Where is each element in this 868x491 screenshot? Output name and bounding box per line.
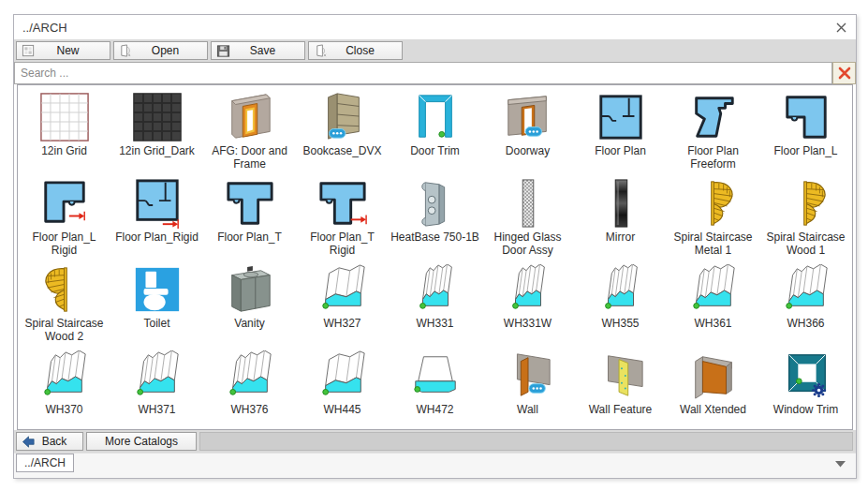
catalog-item[interactable]: Floor Plan_L <box>759 89 852 175</box>
search-row <box>14 62 856 84</box>
catalog-item[interactable]: Vanity <box>203 261 296 348</box>
catalog-item-label: Spiral Staircase Wood 1 <box>761 231 851 257</box>
catalog-item-label: Wall Feature <box>589 403 653 416</box>
back-arrow-icon <box>22 435 36 449</box>
catalog-item-label: Door Trim <box>410 144 460 157</box>
door-trim-icon <box>406 91 464 143</box>
open-button[interactable]: Open <box>113 41 208 60</box>
catalog-item[interactable]: WH327 <box>296 261 389 348</box>
catalog-item-label: WH361 <box>694 317 731 330</box>
wall-feature-icon <box>592 350 650 402</box>
catalog-item[interactable]: AFG: Door and Frame <box>203 89 296 175</box>
floorplan-square-icon <box>592 91 650 143</box>
catalog-item[interactable]: Floor Plan_L Rigid <box>18 175 110 261</box>
catalog-item[interactable]: WH371 <box>110 348 203 430</box>
catalog-item[interactable]: HeatBase 750-1B <box>389 175 481 261</box>
catalog-item-label: Floor Plan_L <box>773 144 837 157</box>
catalog-item-label: WH472 <box>416 403 453 416</box>
wall-xtended-icon <box>684 350 743 402</box>
catalog-path-tab[interactable]: ../ARCH <box>16 454 74 472</box>
catalog-item[interactable]: WH366 <box>759 261 852 348</box>
catalog-item[interactable]: WH376 <box>203 348 296 430</box>
catalog-item-label: WH366 <box>787 317 824 330</box>
catalog-item[interactable]: Window Trim <box>759 348 852 430</box>
catalog-item[interactable]: Wall Xtended <box>667 348 759 430</box>
molding-narrow-icon <box>406 263 464 316</box>
new-button[interactable]: New <box>16 41 110 60</box>
doorway-icon <box>499 91 557 143</box>
catalog-item[interactable]: Spiral Staircase Wood 2 <box>18 261 110 348</box>
catalog-item[interactable]: Spiral Staircase Wood 1 <box>759 175 852 261</box>
molding-flat-icon <box>314 350 372 402</box>
catalog-item[interactable]: Doorway <box>481 89 574 175</box>
save-button[interactable]: Save <box>211 41 305 60</box>
catalog-item[interactable]: Toilet <box>110 261 203 348</box>
catalog-item-label: HeatBase 750-1B <box>390 231 479 244</box>
search-input[interactable] <box>14 62 832 84</box>
catalog-item[interactable]: 12in Grid_Dark <box>110 89 203 175</box>
toolbar-button-label: Close <box>328 44 402 57</box>
catalog-item[interactable]: WH355 <box>574 261 667 348</box>
molding-wide-icon <box>221 350 279 402</box>
wall-icon <box>499 350 557 402</box>
catalog-item[interactable]: Spiral Staircase Metal 1 <box>667 175 759 261</box>
molding-wide-icon <box>36 350 94 402</box>
catalog-path-label: ../ARCH <box>24 456 66 469</box>
catalog-item[interactable]: 12in Grid <box>18 89 110 175</box>
toilet-icon <box>128 263 186 316</box>
catalog-item-label: Vanity <box>234 317 264 330</box>
catalog-item[interactable]: Floor Plan <box>574 89 667 175</box>
chevron-down-icon[interactable] <box>835 461 846 468</box>
catalog-item[interactable]: Mirror <box>574 175 667 261</box>
catalog-item[interactable]: Floor Plan Freeform <box>667 89 759 175</box>
catalog-item-label: Bookcase_DVX <box>302 144 381 157</box>
red-x-icon <box>837 66 852 81</box>
catalog-item-label: WH376 <box>230 403 268 416</box>
catalog-panel: 12in Grid12in Grid_Dark AFG: Door and Fr… <box>17 84 853 430</box>
catalog-item[interactable]: WH472 <box>389 348 481 430</box>
catalog-item-label: Floor Plan_T Rigid <box>298 231 388 257</box>
catalog-item-label: Floor Plan_Rigid <box>115 231 199 244</box>
molding-flat-icon <box>314 263 372 316</box>
spiral-staircase-icon <box>777 177 835 230</box>
back-button-label: Back <box>36 435 82 448</box>
catalog-item-label: WH331 <box>416 317 453 330</box>
catalog-item[interactable]: Bookcase_DVX <box>296 89 389 175</box>
window-close-icon[interactable] <box>835 22 847 34</box>
clear-search-button[interactable] <box>832 62 856 84</box>
more-catalogs-button[interactable]: More Catalogs <box>86 432 197 451</box>
catalog-item[interactable]: WH445 <box>296 348 389 430</box>
bookcase-icon <box>314 91 372 143</box>
catalog-item[interactable]: Wall Feature <box>574 348 667 430</box>
catalog-item-label: Mirror <box>606 231 635 244</box>
floorplan-l-icon <box>777 91 835 143</box>
catalog-item[interactable]: Floor Plan_Rigid <box>110 175 203 261</box>
molding-face-icon <box>406 350 464 402</box>
catalog-item[interactable]: Floor Plan_T <box>203 175 296 261</box>
catalog-item[interactable]: Hinged Glass Door Assy <box>481 175 574 261</box>
catalog-item-label: WH445 <box>323 403 360 416</box>
bottom-bar: Back More Catalogs <box>14 430 856 453</box>
back-button[interactable]: Back <box>16 432 83 451</box>
molding-wide-icon <box>777 263 835 316</box>
spiral-staircase-mirrored-icon <box>36 263 94 316</box>
window-trim-icon <box>777 350 835 402</box>
catalog-item-label: Spiral Staircase Wood 2 <box>20 317 110 343</box>
catalog-item[interactable]: Floor Plan_T Rigid <box>296 175 389 261</box>
grid-light-icon <box>36 91 94 143</box>
toolbar-button-label: Open <box>133 44 207 57</box>
catalog-item[interactable]: WH331W <box>481 261 574 348</box>
catalog-item[interactable]: WH331 <box>389 261 481 348</box>
catalog-item[interactable]: Door Trim <box>389 89 481 175</box>
floorplan-t-icon <box>221 177 279 230</box>
toolbar: NewOpenSaveClose <box>14 39 856 62</box>
new-document-icon <box>22 44 36 58</box>
grid-dark-icon <box>128 91 186 143</box>
heatbase-icon <box>406 177 464 230</box>
catalog-item[interactable]: Wall <box>481 348 574 430</box>
spiral-staircase-icon <box>684 177 743 230</box>
close-button[interactable]: Close <box>308 41 403 60</box>
catalog-item[interactable]: WH361 <box>667 261 759 348</box>
catalog-item[interactable]: WH370 <box>18 348 110 430</box>
catalog-item-label: WH331W <box>504 317 552 330</box>
